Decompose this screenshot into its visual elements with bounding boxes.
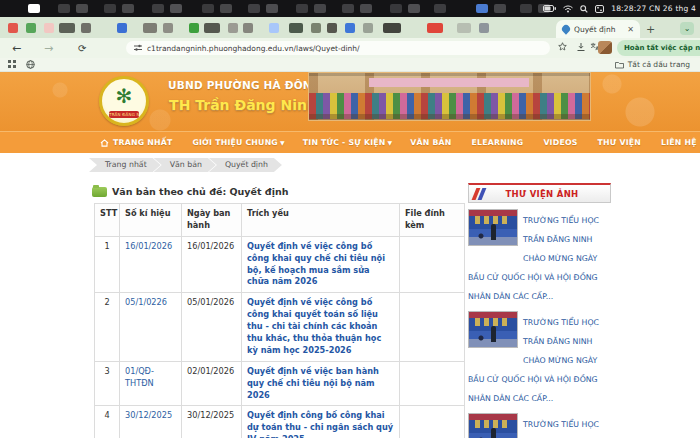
nav-item[interactable]: VIDEOS <box>534 138 588 147</box>
pinned-tab[interactable] <box>383 23 401 33</box>
apps-grid-icon[interactable] <box>8 60 16 69</box>
active-tab[interactable]: Quyết định ✕ <box>556 20 640 38</box>
menubar-item-block <box>76 4 88 13</box>
pinned-tab[interactable] <box>479 23 489 33</box>
gallery-slash-icon <box>472 188 488 200</box>
pinned-tab[interactable] <box>204 23 220 33</box>
forward-button[interactable]: → <box>44 43 53 54</box>
nav-item[interactable]: VĂN BẢN <box>401 138 462 147</box>
gallery-thumbnail[interactable] <box>468 209 518 246</box>
battery-icon[interactable] <box>543 5 556 12</box>
pinned-tab[interactable] <box>81 23 91 33</box>
document-number-link[interactable]: 16/01/2026 <box>125 241 172 251</box>
all-bookmarks-label: Tất cả dấu trang <box>628 60 690 69</box>
back-button[interactable]: ← <box>12 43 21 54</box>
menubar-item-block <box>342 4 354 13</box>
menubar-item-block <box>58 4 70 13</box>
document-title-link[interactable]: Quyết định về việc ban hành quy chế chi … <box>247 366 379 400</box>
table-row: 4 30/12/2025 30/12/2025 Quyết định công … <box>95 406 465 438</box>
url-text: c1trandangninh.phuonghadong.edu.vn/laws/… <box>147 44 360 53</box>
menubar-item-block <box>266 4 278 13</box>
breadcrumb-item[interactable]: Quyết định <box>209 158 282 172</box>
globe-bookmark-icon[interactable] <box>26 60 35 69</box>
download-icon[interactable] <box>576 42 586 52</box>
profile-avatar[interactable] <box>598 41 612 54</box>
table-row: 2 05/1/0226 05/01/2026 Quyết định về việ… <box>95 293 465 361</box>
bookmark-star-icon[interactable] <box>558 42 567 51</box>
cell-file-dinh-kem <box>400 361 465 406</box>
breadcrumb-item[interactable]: Trang nhất <box>89 158 161 172</box>
reload-button[interactable]: ⟳ <box>78 43 86 54</box>
pinned-tab[interactable] <box>44 23 54 33</box>
pinned-tab[interactable] <box>345 23 355 33</box>
pinned-tab[interactable] <box>117 23 127 33</box>
pinned-tab[interactable] <box>163 23 173 33</box>
pinned-tab[interactable] <box>427 23 443 33</box>
pinned-tab[interactable] <box>26 23 36 33</box>
nav-item[interactable]: TRANG NHẤT <box>113 138 183 147</box>
chrome-update-button[interactable]: Hoàn tất việc cập nhật ⋮ <box>617 40 700 56</box>
document-number-link[interactable]: 05/1/0226 <box>125 297 167 307</box>
document-title-link[interactable]: Quyết định về việc công bố công khai quy… <box>247 241 385 287</box>
pinned-tab[interactable] <box>8 23 18 33</box>
cell-so-ki-hieu: 16/01/2026 <box>120 236 182 293</box>
pinned-tab[interactable] <box>269 23 279 33</box>
gallery-thumbnail[interactable] <box>468 311 518 348</box>
cell-so-ki-hieu: 05/1/0226 <box>120 293 182 361</box>
menubar-item-block <box>296 4 308 13</box>
pinned-tab[interactable] <box>189 23 199 33</box>
menubar-item-block <box>152 4 164 13</box>
breadcrumb-item[interactable]: Văn bản <box>154 158 216 172</box>
new-tab-button[interactable]: + <box>646 24 655 35</box>
school-logo[interactable]: ✻ TRẦN ĐĂNG NINH <box>99 76 149 126</box>
nav-item[interactable]: GIỚI THIỆU CHUNG▼ <box>183 138 293 147</box>
address-bar[interactable]: c1trandangninh.phuonghadong.edu.vn/laws/… <box>126 41 550 55</box>
cell-stt: 3 <box>95 361 120 406</box>
site-settings-icon[interactable] <box>134 44 142 52</box>
nav-item[interactable]: ELEARNING <box>463 138 535 147</box>
table-row: 3 01/QĐ-THTĐN 02/01/2026 Quyết định về v… <box>95 361 465 406</box>
section-title-text: Văn bản theo chủ đề: Quyết định <box>112 186 288 197</box>
table-header-cell: Ngày ban hành <box>182 204 242 237</box>
cell-stt: 4 <box>95 406 120 438</box>
menubar-item-block <box>248 4 260 13</box>
wifi-icon[interactable] <box>563 5 573 13</box>
tab-title: Quyết định <box>574 25 623 34</box>
pinned-tab[interactable] <box>289 23 303 33</box>
pinned-tab[interactable] <box>59 23 75 33</box>
document-number-link[interactable]: 30/12/2025 <box>125 410 172 420</box>
logo-ribbon: TRẦN ĐĂNG NINH <box>109 111 139 118</box>
document-title-link[interactable]: Quyết định về việc công bố công khai quy… <box>247 297 381 355</box>
nav-item[interactable]: THƯ VIỆN <box>589 138 652 147</box>
gallery-thumbnail[interactable] <box>468 413 518 438</box>
site-school-title: TH Trần Đăng Ninh <box>168 97 318 113</box>
site-header: ✻ TRẦN ĐĂNG NINH UBND PHƯỜNG HÀ ĐÔNG TH … <box>0 72 700 131</box>
cell-stt: 2 <box>95 293 120 361</box>
cell-ngay-ban-hanh: 16/01/2026 <box>182 236 242 293</box>
all-bookmarks-button[interactable]: Tất cả dấu trang <box>615 60 690 69</box>
gallery-item[interactable]: TRƯỜNG TIỂU HỌC TRẦN ĐĂNG NINH CHÀO MỪNG… <box>468 310 611 405</box>
pinned-tab[interactable] <box>311 23 321 33</box>
pinned-tab[interactable] <box>363 23 373 33</box>
nav-item[interactable]: LIÊN HỆ <box>652 138 700 147</box>
nav-item[interactable]: TIN TỨC - SỰ KIỆN▼ <box>294 138 402 147</box>
table-header-row: STTSố kí hiệuNgày ban hànhTrích yếuFile … <box>95 204 465 237</box>
table-header-cell: STT <box>95 204 120 237</box>
pinned-tab[interactable] <box>457 23 471 33</box>
search-icon[interactable] <box>580 5 588 13</box>
pinned-tab[interactable] <box>243 23 253 33</box>
gallery-item[interactable]: TRƯỜNG TIỂU HỌC TRẦN ĐĂNG NINH CHÀO MỪNG… <box>468 208 611 303</box>
menubar-item-block <box>220 4 232 13</box>
pinned-tab[interactable] <box>228 23 238 33</box>
nav-caret-icon: ▼ <box>280 139 285 146</box>
document-number-link[interactable]: 01/QĐ-THTĐN <box>125 366 154 388</box>
pinned-tab[interactable] <box>327 23 337 33</box>
table-header-cell: File đính kèm <box>400 204 465 237</box>
document-title-link[interactable]: Quyết định công bố công khai dự toán thu… <box>247 410 393 438</box>
tab-search-chevron-icon[interactable]: ⌄ <box>680 22 694 35</box>
gallery-item[interactable]: TRƯỜNG TIỂU HỌC TRẦN ĐĂNG NINH CHÀO MỪNG… <box>468 412 611 438</box>
folder-icon <box>615 61 624 69</box>
pinned-tab[interactable] <box>143 23 157 33</box>
control-center-icon[interactable] <box>595 5 604 13</box>
tab-close-icon[interactable]: ✕ <box>627 25 634 34</box>
